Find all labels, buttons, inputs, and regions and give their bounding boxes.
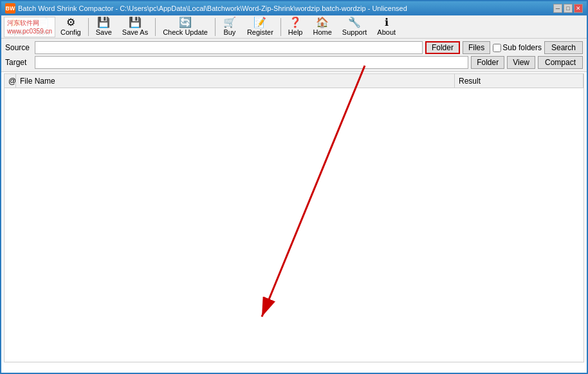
register-button[interactable]: 📝 Register [243,17,278,37]
separator-2 [155,18,156,36]
title-bar-text: Batch Word Shrink Compactor - C:\Users\p… [18,5,407,12]
app-icon: BW [5,3,15,14]
support-icon: 🔧 [348,17,361,28]
target-view-button[interactable]: View [507,56,535,69]
config-label: Config [60,28,81,36]
toolbar: 📂 Open 📄 New ⚙ Config 💾 Save 💾 Save As 🔄… [1,15,587,39]
config-button[interactable]: ⚙ Config [56,17,86,37]
home-icon: 🏠 [316,17,329,28]
watermark: 河东软件网 www.pc0359.cn [4,17,55,37]
save-label: Save [96,28,112,36]
title-bar-controls: ─ □ ✕ [553,4,583,13]
separator-1 [88,18,89,36]
search-button[interactable]: Search [544,41,583,54]
target-folder-button[interactable]: Folder [471,56,504,69]
checkupdate-label: Check Update [163,28,208,36]
source-label: Source [5,43,32,52]
checkupdate-button[interactable]: 🔄 Check Update [158,17,212,37]
target-input[interactable] [35,56,468,69]
title-bar: BW Batch Word Shrink Compactor - C:\User… [1,1,587,15]
target-label: Target [5,58,32,67]
save-button[interactable]: 💾 Save [91,17,116,37]
close-button[interactable]: ✕ [574,4,583,13]
help-icon: ❓ [289,17,302,28]
register-icon: 📝 [253,17,266,28]
separator-4 [280,18,281,36]
saveas-label: Save As [122,28,148,36]
col-header-filename: File Name [16,74,455,88]
table-header: @ File Name Result [5,74,583,88]
col-header-result: Result [455,74,583,88]
about-label: About [377,28,396,36]
target-row: Target Folder View Compact [5,56,583,69]
about-button[interactable]: ℹ About [372,17,400,37]
table-area: @ File Name Result [4,73,584,362]
support-label: Support [342,28,367,36]
source-files-button[interactable]: Files [463,41,490,54]
table-body [5,88,583,362]
about-icon: ℹ [385,17,389,28]
source-folder-button[interactable]: Folder [425,41,460,54]
source-row: Source Folder Files Sub folders Search [5,41,583,54]
buy-label: Buy [223,28,235,36]
support-button[interactable]: 🔧 Support [338,17,372,37]
maximize-button[interactable]: □ [564,4,573,13]
checkupdate-icon: 🔄 [179,17,192,28]
buy-icon: 🛒 [223,17,236,28]
source-target-area: Source Folder Files Sub folders Search T… [1,39,587,72]
buy-button[interactable]: 🛒 Buy [218,17,241,37]
saveas-button[interactable]: 💾 Save As [118,17,152,37]
app-window: BW Batch Word Shrink Compactor - C:\User… [0,0,588,374]
config-icon: ⚙ [66,17,75,28]
help-button[interactable]: ❓ Help [284,17,308,37]
compact-button[interactable]: Compact [538,56,583,69]
home-label: Home [313,28,331,36]
save-icon: 💾 [97,17,110,28]
saveas-icon: 💾 [129,17,142,28]
register-label: Register [247,28,273,36]
subfolders-checkbox[interactable] [493,44,501,52]
subfolders-text: Sub folders [502,43,542,52]
col-header-at: @ [5,74,16,88]
title-bar-left: BW Batch Word Shrink Compactor - C:\User… [5,3,407,14]
minimize-button[interactable]: ─ [553,4,562,13]
help-label: Help [288,28,303,36]
subfolders-label: Sub folders [493,43,542,52]
home-button[interactable]: 🏠 Home [308,17,336,37]
source-input[interactable] [35,41,423,54]
separator-3 [215,18,216,36]
